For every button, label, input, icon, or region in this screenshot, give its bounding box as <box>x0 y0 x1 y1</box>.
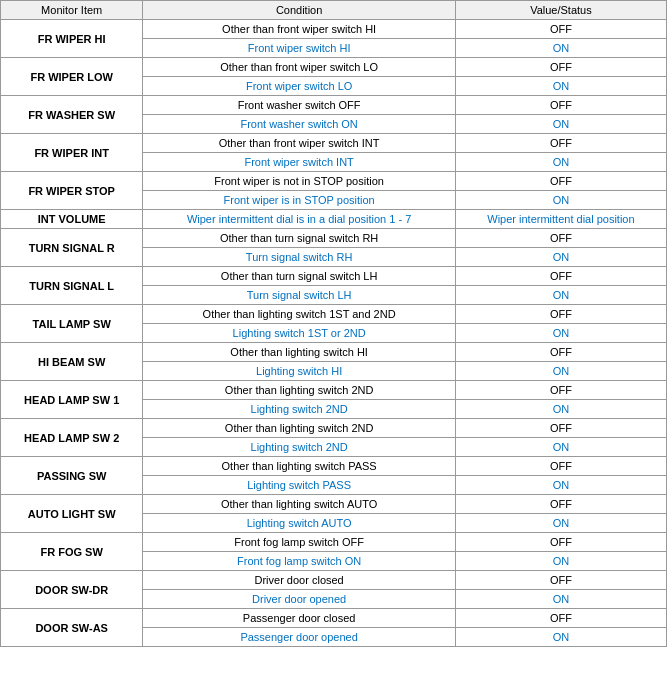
value-cell: ON <box>455 77 666 96</box>
monitor-item: HEAD LAMP SW 1 <box>1 381 143 419</box>
value-cell: OFF <box>455 172 666 191</box>
header-value: Value/Status <box>455 1 666 20</box>
value-cell: OFF <box>455 343 666 362</box>
monitor-item: TURN SIGNAL L <box>1 267 143 305</box>
monitor-item: DOOR SW-AS <box>1 609 143 647</box>
value-cell: OFF <box>455 20 666 39</box>
value-cell: Wiper intermittent dial position <box>455 210 666 229</box>
monitor-item: FR WASHER SW <box>1 96 143 134</box>
condition-cell: Other than lighting switch HI <box>143 343 456 362</box>
condition-cell: Front wiper switch INT <box>143 153 456 172</box>
condition-cell: Passenger door closed <box>143 609 456 628</box>
value-cell: ON <box>455 324 666 343</box>
monitor-item: TURN SIGNAL R <box>1 229 143 267</box>
value-cell: ON <box>455 115 666 134</box>
value-cell: ON <box>455 628 666 647</box>
value-cell: OFF <box>455 533 666 552</box>
value-cell: ON <box>455 400 666 419</box>
monitor-item: FR WIPER INT <box>1 134 143 172</box>
value-cell: ON <box>455 438 666 457</box>
value-cell: OFF <box>455 96 666 115</box>
condition-cell: Other than turn signal switch LH <box>143 267 456 286</box>
condition-cell: Passenger door opened <box>143 628 456 647</box>
condition-cell: Front washer switch ON <box>143 115 456 134</box>
monitor-item: TAIL LAMP SW <box>1 305 143 343</box>
condition-cell: Other than front wiper switch LO <box>143 58 456 77</box>
monitor-item: FR FOG SW <box>1 533 143 571</box>
condition-cell: Wiper intermittent dial is in a dial pos… <box>143 210 456 229</box>
monitor-item: INT VOLUME <box>1 210 143 229</box>
condition-cell: Front wiper switch LO <box>143 77 456 96</box>
condition-cell: Front wiper is in STOP position <box>143 191 456 210</box>
condition-cell: Other than front wiper switch INT <box>143 134 456 153</box>
condition-cell: Front wiper switch HI <box>143 39 456 58</box>
value-cell: ON <box>455 248 666 267</box>
condition-cell: Front fog lamp switch ON <box>143 552 456 571</box>
value-cell: OFF <box>455 457 666 476</box>
condition-cell: Lighting switch 2ND <box>143 438 456 457</box>
monitor-item: HEAD LAMP SW 2 <box>1 419 143 457</box>
value-cell: ON <box>455 191 666 210</box>
value-cell: ON <box>455 476 666 495</box>
value-cell: OFF <box>455 58 666 77</box>
value-cell: OFF <box>455 609 666 628</box>
header-monitor: Monitor Item <box>1 1 143 20</box>
monitor-item: FR WIPER LOW <box>1 58 143 96</box>
header-condition: Condition <box>143 1 456 20</box>
value-cell: OFF <box>455 419 666 438</box>
condition-cell: Other than turn signal switch RH <box>143 229 456 248</box>
condition-cell: Lighting switch 2ND <box>143 400 456 419</box>
value-cell: OFF <box>455 134 666 153</box>
value-cell: OFF <box>455 381 666 400</box>
condition-cell: Lighting switch PASS <box>143 476 456 495</box>
value-cell: ON <box>455 590 666 609</box>
condition-cell: Lighting switch HI <box>143 362 456 381</box>
condition-cell: Turn signal switch LH <box>143 286 456 305</box>
value-cell: ON <box>455 286 666 305</box>
monitor-item: FR WIPER HI <box>1 20 143 58</box>
value-cell: ON <box>455 514 666 533</box>
condition-cell: Driver door opened <box>143 590 456 609</box>
value-cell: OFF <box>455 267 666 286</box>
value-cell: OFF <box>455 229 666 248</box>
condition-cell: Other than lighting switch 2ND <box>143 419 456 438</box>
monitor-table: Monitor Item Condition Value/Status FR W… <box>0 0 667 647</box>
value-cell: ON <box>455 153 666 172</box>
condition-cell: Other than lighting switch PASS <box>143 457 456 476</box>
condition-cell: Front fog lamp switch OFF <box>143 533 456 552</box>
value-cell: OFF <box>455 571 666 590</box>
value-cell: ON <box>455 552 666 571</box>
condition-cell: Lighting switch AUTO <box>143 514 456 533</box>
value-cell: ON <box>455 39 666 58</box>
condition-cell: Front washer switch OFF <box>143 96 456 115</box>
condition-cell: Turn signal switch RH <box>143 248 456 267</box>
monitor-item: PASSING SW <box>1 457 143 495</box>
condition-cell: Front wiper is not in STOP position <box>143 172 456 191</box>
condition-cell: Driver door closed <box>143 571 456 590</box>
value-cell: ON <box>455 362 666 381</box>
condition-cell: Other than lighting switch 1ST and 2ND <box>143 305 456 324</box>
condition-cell: Lighting switch 1ST or 2ND <box>143 324 456 343</box>
monitor-item: HI BEAM SW <box>1 343 143 381</box>
condition-cell: Other than lighting switch AUTO <box>143 495 456 514</box>
condition-cell: Other than front wiper switch HI <box>143 20 456 39</box>
value-cell: OFF <box>455 305 666 324</box>
condition-cell: Other than lighting switch 2ND <box>143 381 456 400</box>
monitor-item: AUTO LIGHT SW <box>1 495 143 533</box>
value-cell: OFF <box>455 495 666 514</box>
monitor-item: FR WIPER STOP <box>1 172 143 210</box>
monitor-item: DOOR SW-DR <box>1 571 143 609</box>
